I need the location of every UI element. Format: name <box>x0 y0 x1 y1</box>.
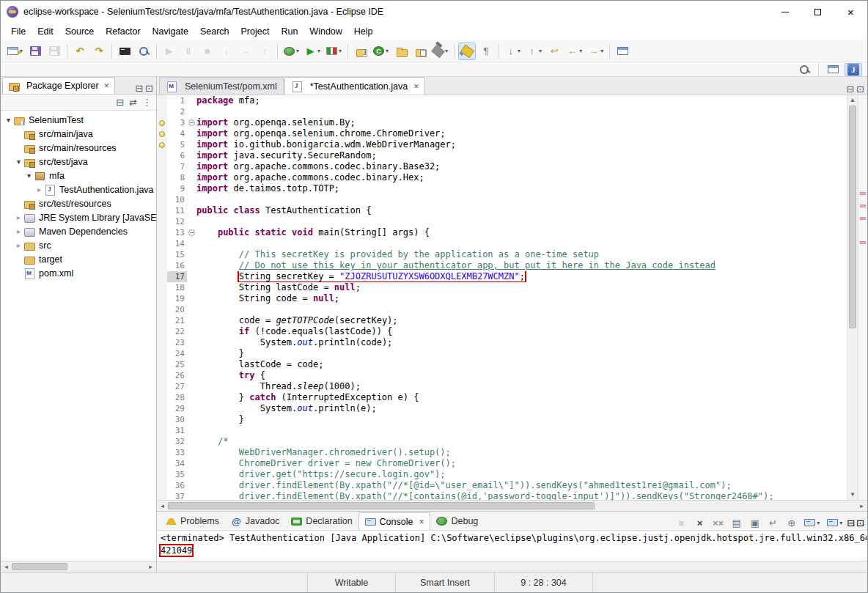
occurrence-mark[interactable] <box>860 205 866 207</box>
console-tab-declaration[interactable]: Declaration <box>285 512 358 530</box>
redo-button[interactable]: ↷ <box>90 43 108 60</box>
console-tab-console[interactable]: Console× <box>358 512 431 530</box>
save-all-button[interactable] <box>45 43 63 60</box>
link-with-editor-icon[interactable]: ⇄ <box>129 97 137 108</box>
forward-button[interactable]: →▾ <box>586 43 606 60</box>
collapsed-arrow-icon[interactable]: ▸ <box>14 227 23 235</box>
dropdown-arrow-icon[interactable]: ▾ <box>339 48 342 54</box>
fold-collapse-icon[interactable] <box>187 227 196 238</box>
occurrence-mark[interactable] <box>860 192 866 195</box>
code-line-text[interactable]: lastCode = code; <box>196 359 847 370</box>
java-perspective-button[interactable] <box>845 63 862 76</box>
code-line-text[interactable]: driver.get("https://secure.login.gov"); <box>196 469 847 480</box>
open-perspective-button[interactable] <box>824 63 842 76</box>
collapsed-arrow-icon[interactable]: ▸ <box>34 185 44 194</box>
code-line-text[interactable]: ChromeDriver driver = new ChromeDriver()… <box>196 458 847 469</box>
console-tab-problems[interactable]: Problems <box>160 512 225 530</box>
code-line-text[interactable]: } <box>196 414 847 425</box>
scroll-left-icon[interactable]: ◂ <box>1 563 12 570</box>
dropdown-arrow-icon[interactable]: ▾ <box>600 48 603 54</box>
step-return-button[interactable]: ↑ <box>256 43 273 60</box>
scroll-right-icon[interactable]: ▸ <box>856 502 867 509</box>
occurrence-mark[interactable] <box>860 241 866 244</box>
code-line-text[interactable]: } catch (InterruptedException e) { <box>196 392 847 403</box>
tree-item-maven-dependencies[interactable]: ▸Maven Dependencies <box>1 224 156 238</box>
dropdown-arrow-icon[interactable]: ▾ <box>445 48 448 54</box>
editor-vertical-scrollbar[interactable]: ▲ ▼ <box>847 95 858 500</box>
code-line-text[interactable]: // This secretKey is provided by the app… <box>196 249 847 260</box>
dropdown-arrow-icon[interactable]: ▾ <box>296 48 299 54</box>
dropdown-arrow-icon[interactable]: ▾ <box>317 48 320 54</box>
dropdown-arrow-icon[interactable]: ▾ <box>817 520 820 526</box>
menu-project[interactable]: Project <box>235 24 276 39</box>
code-line-text[interactable] <box>196 304 847 315</box>
scrollbar-thumb[interactable] <box>849 106 856 328</box>
code-line-text[interactable] <box>196 238 847 249</box>
close-window-button[interactable]: × <box>834 1 867 23</box>
collapsed-arrow-icon[interactable]: ▸ <box>14 213 23 221</box>
step-over-button[interactable]: → <box>237 43 254 60</box>
console-tab-javadoc[interactable]: @Javadoc <box>225 512 286 530</box>
tree-item-src-test-java[interactable]: ▾src/test/java <box>1 155 156 169</box>
debug-button[interactable]: ▾ <box>282 43 301 60</box>
terminate-console-button[interactable]: ■ <box>674 515 689 530</box>
new-java-project-button[interactable] <box>352 43 369 60</box>
scrollbar-thumb[interactable] <box>12 563 67 570</box>
code-line-text[interactable] <box>196 106 847 117</box>
editor-tab-testauthentication-java[interactable]: *TestAuthentication.java× <box>284 77 425 95</box>
step-into-button[interactable]: ↓ <box>218 43 235 60</box>
scrollbar-track[interactable] <box>12 561 145 572</box>
code-editor[interactable]: 1package mfa;23import org.openqa.seleniu… <box>157 95 847 500</box>
scrollbar-track[interactable] <box>168 501 856 511</box>
close-view-icon[interactable]: × <box>104 81 109 91</box>
expanded-arrow-icon[interactable]: ▾ <box>14 158 23 166</box>
open-console-button[interactable] <box>116 43 133 60</box>
code-line-text[interactable]: public static void main(String[] args) { <box>196 227 847 238</box>
new-java-class-button[interactable]: ▾ <box>371 43 391 60</box>
package-explorer-tab[interactable]: Package Explorer × <box>2 77 115 94</box>
code-line-text[interactable]: try { <box>196 370 847 381</box>
code-line-text[interactable]: String secretKey = "ZJOZRUSUTUZYXSW6ODXQ… <box>196 271 847 282</box>
resume-button[interactable]: ▶ <box>161 43 178 60</box>
clear-console-button[interactable]: ▤ <box>729 515 744 530</box>
occurrence-mark[interactable] <box>860 217 866 220</box>
menu-file[interactable]: File <box>5 24 32 39</box>
scroll-lock-button[interactable]: ▣ <box>747 515 762 530</box>
remove-launch-button[interactable]: × <box>692 515 707 530</box>
last-edit-location-button[interactable]: ↩ <box>545 43 563 60</box>
close-tab-icon[interactable]: × <box>419 517 424 527</box>
new-wizard-button[interactable]: ▾ <box>5 43 25 60</box>
code-line-text[interactable]: package mfa; <box>196 95 847 106</box>
coverage-button[interactable]: ▾ <box>324 43 344 60</box>
code-line-text[interactable]: /* <box>196 436 847 447</box>
menu-navigate[interactable]: Navigate <box>147 24 194 39</box>
pin-console-button[interactable]: ⊕ <box>784 515 799 530</box>
code-line-text[interactable]: import org.openqa.selenium.By; <box>196 117 847 128</box>
warning-bulb-icon[interactable] <box>157 117 167 128</box>
tree-item-testauthentication-java[interactable]: ▸TestAuthentication.java <box>1 183 156 196</box>
menu-window[interactable]: Window <box>304 24 347 39</box>
maximize-window-button[interactable] <box>801 1 834 23</box>
code-line-text[interactable]: } <box>196 348 847 359</box>
code-line-text[interactable]: System.out.println(code); <box>196 337 847 348</box>
tree-item-seleniumtest[interactable]: ▾SeleniumTest <box>1 113 156 127</box>
code-line-text[interactable]: String lastCode = null; <box>196 282 847 293</box>
expanded-arrow-icon[interactable]: ▾ <box>24 172 34 180</box>
code-line-text[interactable]: String code = null; <box>196 293 847 304</box>
tree-item-src-main-java[interactable]: src/main/java <box>1 127 156 141</box>
quick-access-search-button[interactable] <box>795 63 813 76</box>
explorer-horizontal-scrollbar[interactable]: ◂ ▸ <box>1 561 156 572</box>
open-resource-button[interactable] <box>411 43 429 60</box>
editor-horizontal-scrollbar[interactable]: ◂ ▸ <box>157 500 867 511</box>
console-output-area[interactable]: <terminated> TestAuthentication [Java Ap… <box>157 531 867 561</box>
code-line-text[interactable] <box>196 425 847 436</box>
code-line-text[interactable]: import de.taimos.totp.TOTP; <box>196 183 847 194</box>
run-button[interactable]: ▶▾ <box>303 43 323 60</box>
maximize-view-icon[interactable]: ⊡ <box>145 83 153 94</box>
tree-item-jre-system-library-javase-17[interactable]: ▸JRE System Library [JavaSE-17] <box>1 210 156 224</box>
menu-source[interactable]: Source <box>59 24 100 39</box>
menu-help[interactable]: Help <box>348 24 379 39</box>
maximize-view-icon[interactable]: ⊡ <box>856 84 864 95</box>
expanded-arrow-icon[interactable]: ▾ <box>4 116 13 124</box>
dropdown-arrow-icon[interactable]: ▾ <box>518 48 521 54</box>
